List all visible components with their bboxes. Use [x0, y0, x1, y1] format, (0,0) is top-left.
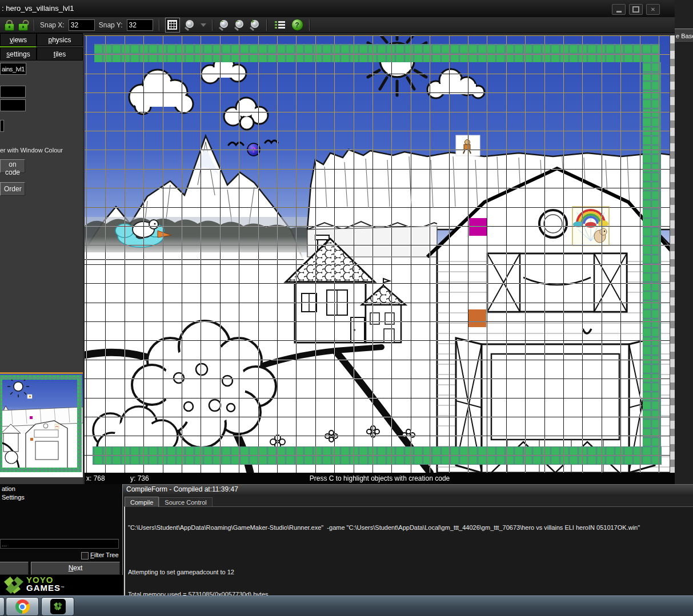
minimize-icon — [616, 11, 622, 13]
yoyo-games-brand: YOYO GAMES™ — [0, 575, 123, 595]
room-height-input[interactable] — [0, 99, 26, 111]
compile-output-line: Total memory used = 5731085(0x0057730d) … — [128, 591, 693, 595]
zoom-reset-icon: – — [236, 19, 239, 25]
taskbar — [0, 595, 693, 616]
close-button[interactable]: ✕ — [646, 4, 660, 15]
room-minimap[interactable] — [0, 374, 83, 477]
room-width-input[interactable] — [0, 86, 26, 98]
tab-settings[interactable]: settings — [0, 47, 37, 61]
compile-tabs: Compile Source Control — [123, 496, 693, 507]
compile-output-line — [128, 546, 693, 554]
room-name-input[interactable] — [0, 63, 26, 75]
snap-x-label: Snap X: — [40, 21, 65, 29]
canvas-statusbar: x: 768 y: 736 Press C to highlight objec… — [85, 473, 675, 484]
toolbar-separator — [34, 19, 34, 31]
window-title: : hero_vs_villains_lvl1 — [2, 4, 74, 13]
creation-code-button[interactable]: on code — [0, 159, 25, 173]
rainbow-sprite — [572, 207, 609, 245]
instance-list-icon — [275, 21, 285, 29]
toggle-grid-button[interactable] — [165, 18, 180, 33]
zoom-in-icon: + — [251, 19, 255, 25]
window-titlebar[interactable]: : hero_vs_villains_lvl1 ✕ — [0, 0, 675, 18]
compile-form: CompileForm - Compiled at:11:39:47 Compi… — [123, 484, 693, 595]
compile-output-line: "C:\Users\Student\AppData\Roaming\GameMa… — [128, 524, 693, 532]
grid-icon — [167, 20, 177, 30]
toolbar-separator — [266, 19, 267, 31]
minimap-preview — [0, 374, 83, 477]
compile-form-title: CompileForm - Compiled at:11:39:47 — [123, 484, 693, 496]
zoom-reset-button[interactable]: – — [234, 19, 245, 31]
tree-item-settings[interactable]: Settings — [0, 493, 122, 501]
brand-tm: ™ — [61, 586, 65, 590]
question-ball-sprite: ? — [247, 143, 260, 156]
room-toolbar: Snap X: Snap Y: – – + ? — [0, 17, 675, 33]
magnifier-icon[interactable] — [184, 19, 195, 31]
filter-tree-row: Filter Tree — [0, 551, 119, 560]
tab-tiles[interactable]: tiles — [37, 47, 83, 61]
room-canvas[interactable]: ? — [85, 35, 670, 473]
creation-code-hint: Press C to highlight objects with creati… — [85, 474, 675, 482]
tab-compile[interactable]: Compile — [125, 497, 159, 507]
maximize-icon — [632, 6, 639, 13]
taskbar-button-stub[interactable] — [0, 597, 5, 616]
gamemaker-icon — [50, 599, 66, 614]
svg-text:?: ? — [251, 146, 256, 154]
taskbar-chrome-button[interactable] — [6, 597, 39, 616]
zoom-out-icon: – — [221, 19, 224, 25]
yoyo-games-logo-icon — [1, 575, 26, 595]
compile-output: "C:\Users\Student\AppData\Roaming\GameMa… — [124, 506, 693, 595]
brand-line2: GAMES — [26, 583, 61, 593]
zoom-in-button[interactable]: + — [249, 19, 261, 31]
filter-tree-label[interactable]: Filter Tree — [90, 551, 119, 558]
next-button[interactable]: Next — [31, 562, 120, 575]
desktop-screen: : hero_vs_villains_lvl1 ✕ Snap X: Snap Y… — [0, 0, 693, 616]
tree-item-configuration[interactable]: ation — [0, 484, 122, 493]
room-settings-panel: views physics settings tiles er with Win… — [0, 33, 83, 484]
previous-button-stub[interactable] — [0, 562, 29, 575]
resource-tree-panel: ation Settings Filter Tree Next YOYO GAM… — [0, 484, 123, 595]
toolbar-separator — [309, 19, 310, 31]
snap-x-input[interactable] — [69, 19, 95, 31]
snap-y-label: Snap Y: — [99, 21, 123, 29]
taskbar-gamemaker-button[interactable] — [41, 597, 74, 616]
lock-open-icon[interactable] — [18, 23, 28, 31]
clear-with-window-colour-label: er with Window Colour — [0, 147, 63, 154]
zoom-dropdown-icon[interactable] — [201, 23, 206, 27]
tree-filter-input[interactable] — [0, 539, 119, 549]
toolbar-separator — [212, 19, 213, 31]
level-artwork: ? — [85, 35, 670, 473]
tab-source-control[interactable]: Source Control — [159, 497, 212, 507]
hero-sprite — [456, 135, 480, 156]
filter-tree-checkbox[interactable] — [81, 552, 89, 559]
minimize-button[interactable] — [612, 4, 626, 15]
image-base-button-fragment[interactable]: e Base — [675, 29, 693, 43]
zoom-out-button[interactable]: – — [218, 19, 230, 31]
close-icon: ✕ — [651, 6, 655, 13]
lock-closed-icon[interactable] — [5, 23, 14, 31]
instance-list-button[interactable] — [273, 18, 287, 33]
orange-marker — [468, 309, 486, 327]
chrome-icon — [15, 599, 30, 614]
active-tab-indicator — [0, 46, 36, 47]
snap-y-input[interactable] — [127, 19, 153, 31]
toolbar-separator — [159, 19, 159, 31]
magenta-marker — [469, 218, 487, 236]
instance-order-button[interactable]: Order — [0, 182, 25, 196]
help-icon[interactable]: ? — [291, 19, 303, 31]
tab-physics[interactable]: physics — [37, 33, 83, 46]
tab-views[interactable]: views — [0, 33, 37, 46]
compile-output-line: Attempting to set gamepadcount to 12 — [128, 569, 693, 576]
room-speed-input[interactable] — [0, 120, 4, 132]
maximize-button[interactable] — [629, 4, 643, 15]
background-window-strip: e Base — [675, 0, 693, 484]
room-editor-window: : hero_vs_villains_lvl1 ✕ Snap X: Snap Y… — [0, 0, 675, 484]
